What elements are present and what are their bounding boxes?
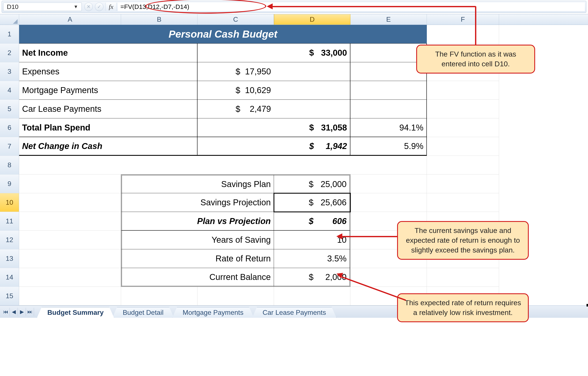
tab-budget-summary[interactable]: Budget Summary <box>37 307 114 318</box>
row-header-1[interactable]: 1 <box>0 25 19 44</box>
cell-D15[interactable] <box>274 287 350 305</box>
row-header-4[interactable]: 4 <box>0 81 19 100</box>
annotation-line <box>342 236 397 237</box>
col-header-C[interactable]: C <box>198 14 274 25</box>
cell-F7[interactable] <box>427 137 499 156</box>
column-headers: A B C D E F <box>0 14 588 25</box>
cell-E9[interactable] <box>350 175 427 193</box>
row-header-15[interactable]: 15 <box>0 287 19 305</box>
cell-E7[interactable]: 5.9% <box>350 137 427 156</box>
callout-rate-return: This expected rate of return requires a … <box>397 293 529 322</box>
name-box-dropdown-icon[interactable]: ▼ <box>74 4 78 10</box>
cell-row8[interactable] <box>19 156 427 175</box>
cell-A2[interactable]: Net Income <box>19 44 198 62</box>
col-header-E[interactable]: E <box>350 14 427 25</box>
row-header-3[interactable]: 3 <box>0 62 19 81</box>
tab-nav-first-icon[interactable]: ⏮ <box>2 308 10 316</box>
row-header-9[interactable]: 9 <box>0 175 19 193</box>
row-header-14[interactable]: 14 <box>0 268 19 287</box>
cell-F5[interactable] <box>427 100 499 118</box>
cell-A15[interactable] <box>19 287 121 305</box>
row-header-8[interactable]: 8 <box>0 156 19 175</box>
cell-A3[interactable]: Expenses <box>19 62 198 81</box>
cell-F4[interactable] <box>427 81 499 100</box>
cell-BC10[interactable]: Savings Projection <box>121 193 274 212</box>
tab-car-lease-payments[interactable]: Car Lease Payments <box>252 307 336 318</box>
cell-E3[interactable] <box>350 62 427 81</box>
cell-D5[interactable] <box>274 100 350 118</box>
title-banner: Personal Cash Budget <box>19 25 427 44</box>
cell-D13[interactable]: 3.5% <box>274 249 350 268</box>
callout-savings-value: The current savings value and expected r… <box>397 221 529 260</box>
cell-A13[interactable] <box>19 249 121 268</box>
cell-A5[interactable]: Car Lease Payments <box>19 100 198 118</box>
tab-budget-detail[interactable]: Budget Detail <box>112 307 174 318</box>
tab-mortgage-payments[interactable]: Mortgage Payments <box>172 307 254 318</box>
cell-A9[interactable] <box>19 175 121 193</box>
tab-nav-next-icon[interactable]: ▶ <box>18 308 26 316</box>
col-header-F[interactable]: F <box>427 14 499 25</box>
callout-fv-function: The FV function as it was entered into c… <box>416 45 535 74</box>
cell-BC11[interactable]: Plan vs Projection <box>121 212 274 231</box>
cell-D11[interactable]: $ 606 <box>274 212 350 231</box>
cell-A12[interactable] <box>19 231 121 249</box>
fx-icon[interactable]: fx <box>105 2 116 11</box>
cell-E4[interactable] <box>350 81 427 100</box>
cell-B15[interactable] <box>121 287 198 305</box>
row-header-13[interactable]: 13 <box>0 249 19 268</box>
col-header-D[interactable]: D <box>274 14 350 25</box>
cell-C15[interactable] <box>198 287 274 305</box>
cell-E2[interactable] <box>350 44 427 62</box>
cell-C5[interactable]: $ 2,479 <box>198 100 274 118</box>
cell-A4[interactable]: Mortgage Payments <box>19 81 198 100</box>
cell-C6[interactable] <box>198 118 274 137</box>
cell-F1[interactable] <box>427 25 499 44</box>
cell-A7[interactable]: Net Change in Cash <box>19 137 198 156</box>
cell-C4[interactable]: $ 10,629 <box>198 81 274 100</box>
cell-E5[interactable] <box>350 100 427 118</box>
accept-formula-icon[interactable]: ✓ <box>95 2 104 11</box>
cell-BC14[interactable]: Current Balance <box>121 268 274 287</box>
cell-A6[interactable]: Total Plan Spend <box>19 118 198 137</box>
cell-D3[interactable] <box>274 62 350 81</box>
col-header-A[interactable]: A <box>19 14 121 25</box>
cell-BC13[interactable]: Rate of Return <box>121 249 274 268</box>
select-all-corner[interactable] <box>0 14 19 25</box>
tab-nav-last-icon[interactable]: ⏭ <box>26 308 34 316</box>
cell-F9[interactable] <box>427 175 499 193</box>
col-header-B[interactable]: B <box>121 14 198 25</box>
cell-F8[interactable] <box>427 156 499 175</box>
cell-A14[interactable] <box>19 268 121 287</box>
cell-F14[interactable] <box>427 268 499 287</box>
cell-F6[interactable] <box>427 118 499 137</box>
row-header-12[interactable]: 12 <box>0 231 19 249</box>
cell-A11[interactable] <box>19 212 121 231</box>
row-header-5[interactable]: 5 <box>0 100 19 118</box>
cell-BC12[interactable]: Years of Saving <box>121 231 274 249</box>
cell-A10[interactable] <box>19 193 121 212</box>
row-header-7[interactable]: 7 <box>0 137 19 156</box>
cell-reference: D10 <box>7 3 19 11</box>
cell-D4[interactable] <box>274 81 350 100</box>
row-header-6[interactable]: 6 <box>0 118 19 137</box>
cell-E10[interactable] <box>350 193 427 212</box>
cell-D6[interactable]: $ 31,058 <box>274 118 350 137</box>
cell-D9[interactable]: $ 25,000 <box>274 175 350 193</box>
tab-nav-prev-icon[interactable]: ◀ <box>10 308 18 316</box>
row-header-11[interactable]: 11 <box>0 212 19 231</box>
cell-E6[interactable]: 94.1% <box>350 118 427 137</box>
cell-C3[interactable]: $ 17,950 <box>198 62 274 81</box>
annotation-line <box>272 6 476 7</box>
cell-C2[interactable] <box>198 44 274 62</box>
name-box[interactable]: D10 ▼ <box>3 2 82 11</box>
cancel-formula-icon[interactable]: ✕ <box>84 2 93 11</box>
annotation-arrow-icon <box>336 233 342 239</box>
row-header-10[interactable]: 10 <box>0 193 19 212</box>
cell-BC9[interactable]: Savings Plan <box>121 175 274 193</box>
row-header-2[interactable]: 2 <box>0 44 19 62</box>
cell-D10[interactable]: $ 25,606 <box>274 193 350 212</box>
cell-D2[interactable]: $ 33,000 <box>274 44 350 62</box>
cell-F10[interactable] <box>427 193 499 212</box>
cell-D7[interactable]: $ 1,942 <box>274 137 350 156</box>
cell-C7[interactable] <box>198 137 274 156</box>
